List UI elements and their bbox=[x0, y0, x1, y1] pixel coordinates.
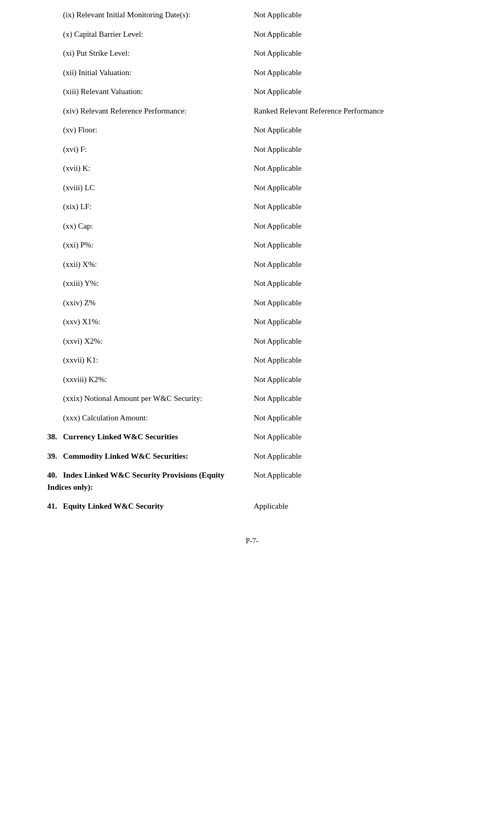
row-label: (xxix) Notional Amount per W&C Security: bbox=[32, 389, 243, 408]
row-value: Not Applicable bbox=[243, 351, 472, 370]
row-value: Not Applicable bbox=[243, 235, 472, 255]
row-label: (xiv) Relevant Reference Performance: bbox=[32, 101, 243, 121]
row-value: Not Applicable bbox=[243, 82, 472, 101]
table-row: (xxiii) Y%:Not Applicable bbox=[32, 274, 472, 293]
row-label: (xviii) LC bbox=[32, 178, 243, 198]
row-value: Not Applicable bbox=[243, 389, 472, 408]
row-value: Not Applicable bbox=[243, 427, 472, 447]
page-number: P-7- bbox=[246, 537, 258, 545]
row-label: 39. Commodity Linked W&C Securities: bbox=[32, 447, 243, 466]
row-label: (xxviii) K2%: bbox=[32, 370, 243, 389]
table-row: 41. Equity Linked W&C SecurityApplicable bbox=[32, 497, 472, 516]
row-label: (xx) Cap: bbox=[32, 217, 243, 236]
row-value: Ranked Relevant Reference Performance bbox=[243, 101, 472, 121]
row-label: 40. Index Linked W&C Security Provisions… bbox=[32, 466, 243, 497]
table-row: (xxv) X1%:Not Applicable bbox=[32, 312, 472, 332]
row-value: Not Applicable bbox=[243, 178, 472, 198]
row-value: Not Applicable bbox=[243, 217, 472, 236]
row-value: Not Applicable bbox=[243, 5, 472, 25]
table-row: (xv) Floor:Not Applicable bbox=[32, 120, 472, 140]
row-label: (xxvii) K1: bbox=[32, 351, 243, 370]
row-label: (xix) LF: bbox=[32, 197, 243, 217]
row-value: Not Applicable bbox=[243, 332, 472, 351]
row-value: Not Applicable bbox=[243, 63, 472, 83]
table-row: (xiv) Relevant Reference Performance:Ran… bbox=[32, 101, 472, 121]
table-row: (xvii) K:Not Applicable bbox=[32, 159, 472, 178]
table-row: (xxvii) K1:Not Applicable bbox=[32, 351, 472, 370]
row-value: Not Applicable bbox=[243, 120, 472, 140]
row-label: 41. Equity Linked W&C Security bbox=[32, 497, 243, 516]
table-row: (xxii) X%:Not Applicable bbox=[32, 255, 472, 274]
main-table: (ix) Relevant Initial Monitoring Date(s)… bbox=[32, 5, 472, 516]
row-label: (xxiv) Z% bbox=[32, 293, 243, 313]
row-value: Not Applicable bbox=[243, 140, 472, 159]
table-row: (xxiv) Z%Not Applicable bbox=[32, 293, 472, 313]
row-value: Not Applicable bbox=[243, 255, 472, 274]
table-row: (xi) Put Strike Level:Not Applicable bbox=[32, 44, 472, 63]
row-label: (ix) Relevant Initial Monitoring Date(s)… bbox=[32, 5, 243, 25]
row-value: Not Applicable bbox=[243, 447, 472, 466]
table-row: (xxi) P%:Not Applicable bbox=[32, 235, 472, 255]
row-value: Not Applicable bbox=[243, 293, 472, 313]
row-value: Not Applicable bbox=[243, 25, 472, 44]
row-value: Not Applicable bbox=[243, 159, 472, 178]
row-value: Not Applicable bbox=[243, 312, 472, 332]
row-label: (xiii) Relevant Valuation: bbox=[32, 82, 243, 101]
table-row: 38. Currency Linked W&C SecuritiesNot Ap… bbox=[32, 427, 472, 447]
row-label: (xxvi) X2%: bbox=[32, 332, 243, 351]
table-row: 39. Commodity Linked W&C Securities:Not … bbox=[32, 447, 472, 466]
row-label: (xvii) K: bbox=[32, 159, 243, 178]
row-value: Not Applicable bbox=[243, 466, 472, 497]
row-value: Applicable bbox=[243, 497, 472, 516]
row-label: (x) Capital Barrier Level: bbox=[32, 25, 243, 44]
row-label: (xv) Floor: bbox=[32, 120, 243, 140]
row-label: (xxiii) Y%: bbox=[32, 274, 243, 293]
table-row: (ix) Relevant Initial Monitoring Date(s)… bbox=[32, 5, 472, 25]
row-label: (xxi) P%: bbox=[32, 235, 243, 255]
page-footer: P-7- bbox=[32, 537, 472, 545]
row-value: Not Applicable bbox=[243, 44, 472, 63]
table-row: (xxx) Calculation Amount:Not Applicable bbox=[32, 408, 472, 428]
row-label: (xii) Initial Valuation: bbox=[32, 63, 243, 83]
row-label: (xi) Put Strike Level: bbox=[32, 44, 243, 63]
table-row: (xix) LF:Not Applicable bbox=[32, 197, 472, 217]
row-label: (xxx) Calculation Amount: bbox=[32, 408, 243, 428]
table-row: (xx) Cap:Not Applicable bbox=[32, 217, 472, 236]
table-row: (xxix) Notional Amount per W&C Security:… bbox=[32, 389, 472, 408]
table-row: (xii) Initial Valuation:Not Applicable bbox=[32, 63, 472, 83]
row-label: (xxv) X1%: bbox=[32, 312, 243, 332]
table-row: 40. Index Linked W&C Security Provisions… bbox=[32, 466, 472, 497]
row-value: Not Applicable bbox=[243, 274, 472, 293]
table-row: (xvi) F:Not Applicable bbox=[32, 140, 472, 159]
table-row: (xviii) LCNot Applicable bbox=[32, 178, 472, 198]
table-row: (xxviii) K2%:Not Applicable bbox=[32, 370, 472, 389]
row-value: Not Applicable bbox=[243, 408, 472, 428]
row-label: (xxii) X%: bbox=[32, 255, 243, 274]
row-label: 38. Currency Linked W&C Securities bbox=[32, 427, 243, 447]
table-row: (xiii) Relevant Valuation:Not Applicable bbox=[32, 82, 472, 101]
table-row: (xxvi) X2%:Not Applicable bbox=[32, 332, 472, 351]
row-value: Not Applicable bbox=[243, 370, 472, 389]
row-label: (xvi) F: bbox=[32, 140, 243, 159]
table-row: (x) Capital Barrier Level:Not Applicable bbox=[32, 25, 472, 44]
row-value: Not Applicable bbox=[243, 197, 472, 217]
